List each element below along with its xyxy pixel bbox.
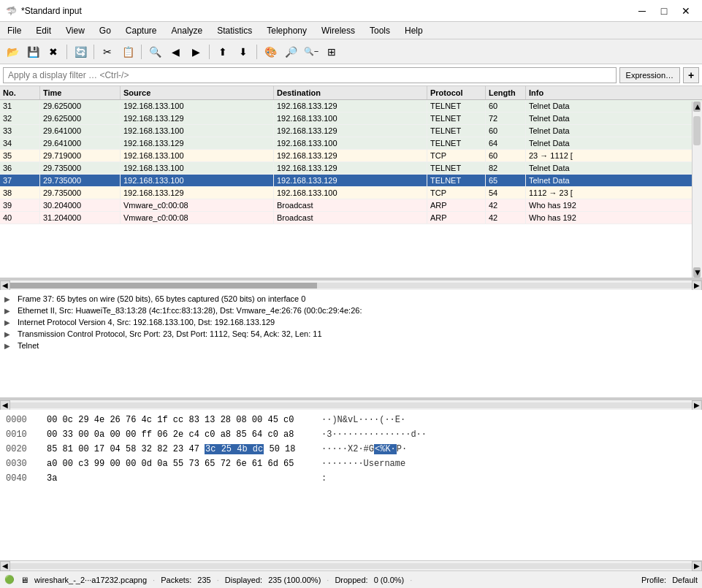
list-item[interactable]: ▶ Frame 37: 65 bytes on wire (520 bits),… bbox=[0, 293, 702, 305]
cell-time: 29.719000 bbox=[40, 150, 121, 161]
window-title: *Standard input bbox=[21, 6, 82, 16]
main-area: No. Time Source Destination Protocol Len… bbox=[0, 86, 702, 570]
list-item[interactable]: ▶ Transmission Control Protocol, Src Por… bbox=[0, 328, 702, 340]
menu-item-file[interactable]: File bbox=[0, 22, 28, 39]
table-row[interactable]: 35 29.719000 192.168.133.100 192.168.133… bbox=[0, 150, 702, 162]
table-row[interactable]: 36 29.735000 192.168.133.100 192.168.133… bbox=[0, 162, 702, 175]
list-item[interactable]: ▶ Internet Protocol Version 4, Src: 192.… bbox=[0, 316, 702, 328]
detail-rows: ▶ Frame 37: 65 bytes on wire (520 bits),… bbox=[0, 293, 702, 351]
vscroll-up-arrow[interactable]: ▲ bbox=[693, 102, 701, 112]
scroll-down-button[interactable]: ⬇ bbox=[234, 42, 253, 61]
expand-icon[interactable]: ▶ bbox=[4, 330, 15, 338]
vscroll-track: ▲ ▼ bbox=[693, 102, 702, 278]
add-filter-button[interactable]: + bbox=[683, 67, 699, 83]
cell-info: Who has 192 bbox=[526, 199, 702, 211]
maximize-button[interactable]: □ bbox=[654, 3, 674, 19]
cell-no: 40 bbox=[0, 212, 40, 224]
table-row[interactable]: 38 29.735000 192.168.133.129 192.168.133… bbox=[0, 187, 702, 199]
table-row[interactable]: 34 29.641000 192.168.133.129 192.168.133… bbox=[0, 137, 702, 150]
copy-button[interactable]: 📋 bbox=[118, 42, 137, 61]
hscroll-track bbox=[10, 283, 692, 289]
hex-hscrollbar[interactable]: ◀ ▶ bbox=[0, 560, 702, 570]
cell-time: 29.735000 bbox=[40, 187, 121, 199]
cell-source: 192.168.133.100 bbox=[121, 150, 274, 161]
detail-text: Internet Protocol Version 4, Src: 192.16… bbox=[18, 318, 275, 327]
hex-dump[interactable]: 0000 00 0c 29 4e 26 76 4c 1f cc 83 13 28… bbox=[0, 410, 702, 560]
col-header-time: Time bbox=[40, 86, 121, 99]
display-filter-input[interactable] bbox=[3, 67, 617, 83]
cell-time: 29.735000 bbox=[40, 162, 121, 174]
menu-item-telephony[interactable]: Telephony bbox=[259, 22, 314, 39]
col-header-length: Length bbox=[486, 86, 526, 99]
close-button[interactable]: ✕ bbox=[676, 3, 696, 19]
expand-icon[interactable]: ▶ bbox=[4, 342, 15, 350]
scroll-up-button[interactable]: ⬆ bbox=[213, 42, 232, 61]
cell-info: Telnet Data bbox=[526, 112, 702, 124]
hex-highlight[interactable]: 3c 25 4b dc bbox=[205, 444, 264, 454]
status-profile-label: Profile: bbox=[641, 576, 666, 584]
detail-hscroll-right[interactable]: ▶ bbox=[692, 400, 702, 411]
table-row[interactable]: 40 31.204000 Vmware_c0:00:08 Broadcast A… bbox=[0, 212, 702, 224]
expand-icon[interactable]: ▶ bbox=[4, 307, 15, 315]
menu-item-statistics[interactable]: Statistics bbox=[210, 22, 259, 39]
cell-no: 34 bbox=[0, 137, 40, 149]
next-button[interactable]: ▶ bbox=[186, 42, 205, 61]
packet-list-vscrollbar[interactable]: ▲ ▼ bbox=[692, 102, 702, 278]
minimize-button[interactable]: ─ bbox=[632, 3, 652, 19]
titlebar-controls[interactable]: ─ □ ✕ bbox=[632, 3, 696, 19]
list-item[interactable]: ▶ Telnet bbox=[0, 340, 702, 351]
hscroll-right-arrow[interactable]: ▶ bbox=[692, 280, 702, 291]
expression-button[interactable]: Expression… bbox=[619, 67, 680, 83]
close-capture-button[interactable]: ✖ bbox=[44, 42, 63, 61]
cell-protocol: ARP bbox=[427, 199, 486, 211]
detail-hscrollbar[interactable]: ◀ ▶ bbox=[0, 400, 702, 410]
table-row[interactable]: 39 30.204000 Vmware_c0:00:08 Broadcast A… bbox=[0, 199, 702, 212]
hex-hscroll-right[interactable]: ▶ bbox=[692, 561, 702, 571]
menu-item-wireless[interactable]: Wireless bbox=[314, 22, 362, 39]
cell-destination: Broadcast bbox=[274, 212, 427, 224]
hscroll-left-arrow[interactable]: ◀ bbox=[0, 280, 10, 291]
hex-highlight-ascii[interactable]: <%K· bbox=[374, 444, 397, 454]
packet-details[interactable]: ▶ Frame 37: 65 bytes on wire (520 bits),… bbox=[0, 290, 702, 400]
menu-item-analyze[interactable]: Analyze bbox=[164, 22, 210, 39]
cell-time: 29.641000 bbox=[40, 137, 121, 149]
packet-list[interactable]: No. Time Source Destination Protocol Len… bbox=[0, 86, 702, 280]
cell-no: 31 bbox=[0, 100, 40, 112]
find-button[interactable]: 🔍 bbox=[145, 42, 164, 61]
zoom-in-button[interactable]: 🔎 bbox=[281, 42, 300, 61]
table-row[interactable]: 37 29.735000 192.168.133.100 192.168.133… bbox=[0, 175, 702, 187]
cell-protocol: TCP bbox=[427, 187, 486, 199]
colorize-button[interactable]: 🎨 bbox=[261, 42, 280, 61]
table-row[interactable]: 32 29.625000 192.168.133.129 192.168.133… bbox=[0, 112, 702, 125]
menu-item-edit[interactable]: Edit bbox=[28, 22, 58, 39]
status-sep4: · bbox=[410, 576, 412, 584]
cell-length: 54 bbox=[486, 187, 526, 199]
cell-no: 35 bbox=[0, 150, 40, 161]
save-button[interactable]: 💾 bbox=[23, 42, 42, 61]
menu-item-tools[interactable]: Tools bbox=[362, 22, 397, 39]
hex-ascii: ··)N&vL····(··E· bbox=[321, 413, 405, 427]
packet-list-hscrollbar[interactable]: ◀ ▶ bbox=[0, 280, 702, 290]
list-item[interactable]: ▶ Ethernet II, Src: HuaweiTe_83:13:28 (4… bbox=[0, 305, 702, 316]
detail-hscroll-left[interactable]: ◀ bbox=[0, 400, 10, 411]
menu-item-capture[interactable]: Capture bbox=[118, 22, 164, 39]
expand-icon[interactable]: ▶ bbox=[4, 318, 15, 327]
cut-button[interactable]: ✂ bbox=[98, 42, 117, 61]
zoom-reset-button[interactable]: ⊞ bbox=[322, 42, 341, 61]
open-button[interactable]: 📂 bbox=[3, 42, 22, 61]
menu-item-view[interactable]: View bbox=[58, 22, 92, 39]
expand-icon[interactable]: ▶ bbox=[4, 295, 15, 303]
cell-source: 192.168.133.129 bbox=[121, 137, 274, 149]
reload-button[interactable]: 🔄 bbox=[71, 42, 90, 61]
table-row[interactable]: 33 29.641000 192.168.133.100 192.168.133… bbox=[0, 125, 702, 137]
prev-button[interactable]: ◀ bbox=[166, 42, 185, 61]
cell-source: 192.168.133.100 bbox=[121, 125, 274, 137]
zoom-out-button[interactable]: 🔍− bbox=[302, 42, 321, 61]
menu-item-go[interactable]: Go bbox=[92, 22, 118, 39]
hex-hscroll-left[interactable]: ◀ bbox=[0, 561, 10, 571]
hscroll-thumb[interactable] bbox=[10, 283, 317, 289]
vscroll-thumb[interactable] bbox=[693, 116, 701, 145]
menu-item-help[interactable]: Help bbox=[397, 22, 430, 39]
table-row[interactable]: 31 29.625000 192.168.133.100 192.168.133… bbox=[0, 100, 702, 112]
vscroll-down-arrow[interactable]: ▼ bbox=[693, 267, 701, 278]
